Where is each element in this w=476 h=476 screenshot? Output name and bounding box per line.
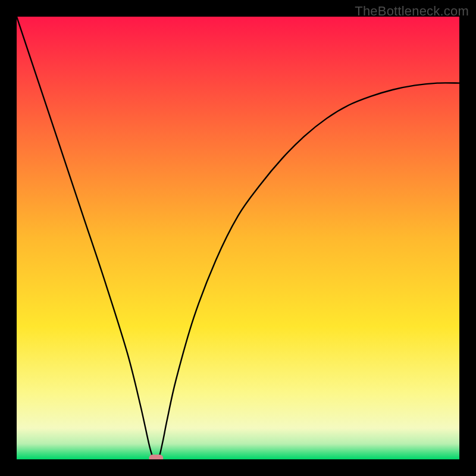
optimum-marker bbox=[149, 455, 163, 459]
gradient-background bbox=[17, 17, 459, 459]
plot-area bbox=[17, 17, 459, 459]
chart-svg bbox=[17, 17, 459, 459]
chart-frame: TheBottleneck.com bbox=[0, 0, 476, 476]
watermark-text: TheBottleneck.com bbox=[355, 4, 469, 19]
